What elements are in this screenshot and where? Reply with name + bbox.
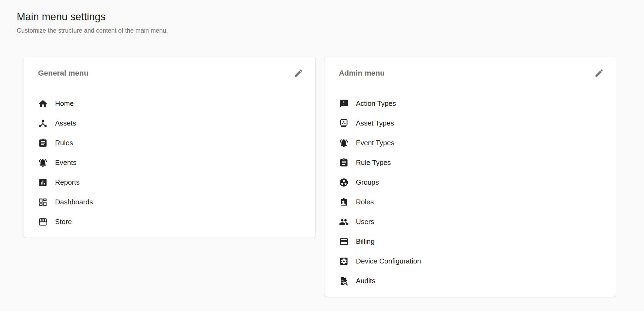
menu-item-store: Store — [38, 212, 304, 232]
people-icon — [339, 217, 349, 227]
bell-icon — [38, 158, 48, 168]
admin-menu-card: Admin menu Action Types Asset Types Even… — [324, 57, 616, 297]
pencil-icon — [594, 68, 604, 78]
card-title: General menu — [38, 69, 89, 77]
admin-menu-edit-button[interactable] — [593, 67, 605, 79]
cards-row: General menu Home Assets Rules Events Re… — [23, 57, 616, 297]
badge-person-icon — [339, 197, 349, 207]
menu-item-dashboards: Dashboards — [38, 192, 304, 212]
menu-item-asset-types: Asset Types — [339, 113, 605, 133]
page-title: Main menu settings — [17, 11, 644, 23]
group-work-icon — [339, 178, 349, 187]
menu-item-label: Store — [55, 218, 72, 226]
menu-item-label: Roles — [356, 198, 374, 206]
menu-item-home: Home — [38, 94, 304, 113]
credit-card-icon — [339, 237, 349, 246]
card-header: General menu — [38, 67, 304, 79]
menu-item-users: Users — [339, 212, 605, 232]
clipboard-icon — [339, 158, 349, 168]
bar-chart-icon — [38, 178, 48, 187]
bell-icon — [339, 138, 349, 148]
menu-list: Home Assets Rules Events Reports Dashboa… — [38, 94, 304, 232]
menu-item-label: Dashboards — [55, 198, 93, 206]
document-search-icon — [339, 276, 349, 286]
menu-item-label: Rule Types — [356, 158, 391, 167]
clipboard-icon — [38, 138, 48, 148]
general-menu-card: General menu Home Assets Rules Events Re… — [23, 57, 315, 238]
menu-item-label: Action Types — [356, 99, 396, 108]
menu-item-label: Groups — [356, 178, 379, 187]
menu-item-label: Asset Types — [356, 119, 394, 127]
menu-item-events: Events — [38, 153, 304, 173]
menu-item-audits: Audits — [339, 271, 605, 291]
menu-item-label: Event Types — [356, 139, 395, 147]
page-subtitle: Customize the structure and content of t… — [17, 27, 644, 34]
menu-item-rule-types: Rule Types — [339, 153, 605, 173]
menu-list: Action Types Asset Types Event Types Rul… — [339, 94, 605, 291]
menu-item-label: Home — [55, 99, 74, 108]
pencil-icon — [294, 68, 303, 78]
menu-item-label: Reports — [55, 178, 80, 187]
menu-item-rules: Rules — [38, 133, 304, 153]
menu-item-label: Users — [356, 218, 374, 226]
menu-item-device-configuration: Device Configuration — [339, 251, 605, 271]
announcement-icon — [339, 99, 349, 109]
menu-item-label: Device Configuration — [356, 257, 421, 265]
menu-item-label: Events — [55, 158, 77, 167]
menu-item-label: Rules — [55, 139, 73, 147]
dashboard-icon — [38, 197, 48, 207]
home-icon — [38, 99, 48, 109]
menu-item-reports: Reports — [38, 173, 304, 192]
menu-item-action-types: Action Types — [339, 94, 605, 113]
page-header: Main menu settings Customize the structu… — [0, 0, 644, 34]
device-hub-icon — [38, 119, 48, 128]
menu-item-event-types: Event Types — [339, 133, 605, 153]
menu-item-label: Assets — [55, 119, 76, 127]
menu-item-groups: Groups — [339, 173, 605, 192]
menu-item-billing: Billing — [339, 232, 605, 251]
menu-item-label: Audits — [356, 277, 375, 285]
menu-item-label: Billing — [356, 237, 375, 246]
settings-gear-icon — [339, 256, 349, 266]
card-title: Admin menu — [339, 69, 385, 77]
general-menu-edit-button[interactable] — [293, 67, 304, 79]
card-header: Admin menu — [339, 67, 605, 79]
asset-frame-icon — [339, 119, 349, 128]
menu-item-roles: Roles — [339, 192, 605, 212]
storefront-icon — [38, 217, 48, 227]
menu-item-assets: Assets — [38, 113, 304, 133]
